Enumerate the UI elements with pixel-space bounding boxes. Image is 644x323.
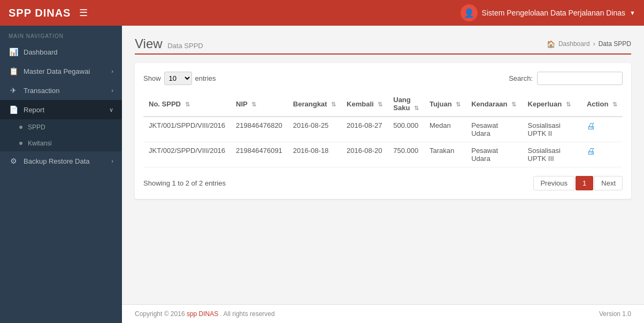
- cell-kembali-2: 2016-08-20: [341, 142, 388, 167]
- footer-version: Version 1.0: [599, 310, 631, 318]
- col-no-sppd-label: No. SPPD: [149, 100, 181, 108]
- dashboard-icon: 📊: [9, 48, 18, 56]
- backup-arrow: ›: [111, 158, 113, 164]
- sidebar-item-master-data-label: Master Data Pegawai: [24, 67, 90, 75]
- user-dropdown-arrow[interactable]: ▼: [630, 10, 635, 16]
- report-icon: 📄: [9, 105, 18, 114]
- table-controls: Show 10 25 50 100 entries Search:: [143, 72, 623, 85]
- col-action-sort: ⇅: [612, 101, 617, 107]
- sidebar-item-kwitansi-label: Kwitansi: [28, 140, 52, 147]
- footer-copyright: Copyright © 2016 spp DINAS . All rights …: [135, 310, 275, 318]
- col-kendaraan[interactable]: Kendaraan ⇅: [466, 91, 522, 117]
- col-berangkat-label: Berangkat: [293, 100, 327, 108]
- brand: SPP DINAS: [9, 7, 71, 19]
- search-input[interactable]: [537, 72, 623, 85]
- top-bar-left: SPP DINAS ☰: [9, 7, 88, 19]
- report-arrow: ∨: [109, 106, 113, 113]
- col-kendaraan-sort: ⇅: [511, 101, 516, 107]
- breadcrumb-home-icon: 🏠: [547, 40, 555, 48]
- cell-no-sppd-2: JKT/002/SPPD/VIII/2016: [143, 142, 231, 167]
- user-icon: 👤: [464, 8, 474, 18]
- transaction-arrow: ›: [111, 87, 113, 94]
- cell-uang-saku-1: 500.000: [388, 117, 424, 142]
- col-kendaraan-label: Kendaraan: [471, 100, 507, 108]
- search-control: Search:: [509, 72, 623, 85]
- sidebar-item-master-data[interactable]: 📋 Master Data Pegawai ›: [0, 61, 122, 81]
- col-kembali-sort: ⇅: [378, 101, 382, 107]
- footer: Copyright © 2016 spp DINAS . All rights …: [122, 304, 644, 323]
- master-data-arrow: ›: [111, 68, 113, 74]
- sidebar: MAIN NAVIGATION 📊 Dashboard 📋 Master Dat…: [0, 26, 122, 323]
- report-sub-menu: SPPD Kwitansi: [0, 119, 122, 151]
- content-area: View Data SPPD 🏠 Dashboard › Data SPPD: [122, 26, 644, 304]
- hamburger-icon[interactable]: ☰: [79, 7, 88, 19]
- cell-keperluan-1: Sosialisasi UPTK II: [523, 117, 581, 142]
- app-wrapper: SPP DINAS ☰ 👤 Sistem Pengelolaan Data Pe…: [0, 0, 644, 323]
- page-title-main: View: [135, 36, 163, 51]
- col-tujuan-sort: ⇅: [456, 101, 461, 107]
- sidebar-item-dashboard-label: Dashboard: [24, 48, 58, 56]
- breadcrumb: 🏠 Dashboard › Data SPPD: [547, 40, 631, 48]
- sppd-dot: [19, 126, 22, 129]
- pagination-controls: Previous 1 Next: [533, 176, 623, 190]
- entries-select[interactable]: 10 25 50 100: [164, 72, 192, 85]
- cell-keperluan-2: Sosialisasi UPTK III: [523, 142, 581, 167]
- col-tujuan-label: Tujuan: [430, 100, 452, 108]
- cell-uang-saku-2: 750.000: [388, 142, 424, 167]
- col-no-sppd[interactable]: No. SPPD ⇅: [143, 91, 231, 117]
- search-label: Search:: [509, 74, 533, 82]
- show-entries: Show 10 25 50 100 entries: [143, 72, 216, 85]
- top-bar-right: 👤 Sistem Pengelolaan Data Perjalanan Din…: [461, 4, 635, 21]
- col-nip-label: NIP: [236, 100, 247, 108]
- pagination-row: Showing 1 to 2 of 2 entries Previous 1 N…: [143, 176, 623, 190]
- cell-tujuan-1: Medan: [424, 117, 466, 142]
- table-header-row: No. SPPD ⇅ NIP ⇅ Berangkat ⇅: [143, 91, 623, 117]
- sidebar-item-backup-label: Backup Restore Data: [24, 157, 90, 165]
- breadcrumb-dashboard: Dashboard: [558, 40, 590, 48]
- cell-kendaraan-2: Pesawat Udara: [466, 142, 522, 167]
- previous-button[interactable]: Previous: [533, 176, 574, 190]
- kwitansi-dot: [19, 142, 22, 145]
- main-content-wrapper: MAIN NAVIGATION 📊 Dashboard 📋 Master Dat…: [0, 26, 644, 323]
- backup-icon: ⚙: [9, 157, 18, 165]
- print-icon-1[interactable]: 🖨: [587, 121, 595, 130]
- cell-berangkat-1: 2016-08-25: [288, 117, 341, 142]
- cell-nip-1: 219846476820: [231, 117, 288, 142]
- sidebar-item-backup[interactable]: ⚙ Backup Restore Data ›: [0, 151, 122, 171]
- table-row: JKT/002/SPPD/VIII/2016 219846476091 2016…: [143, 142, 623, 167]
- sidebar-item-transaction[interactable]: ✈ Transaction ›: [0, 81, 122, 100]
- col-keperluan-sort: ⇅: [566, 101, 571, 107]
- col-uang-label: UangSaku: [393, 96, 411, 112]
- col-tujuan[interactable]: Tujuan ⇅: [424, 91, 466, 117]
- transaction-icon: ✈: [9, 86, 18, 95]
- sidebar-item-sppd[interactable]: SPPD: [0, 119, 122, 135]
- col-berangkat[interactable]: Berangkat ⇅: [288, 91, 341, 117]
- print-icon-2[interactable]: 🖨: [587, 147, 595, 156]
- col-uang-saku[interactable]: UangSaku ⇅: [388, 91, 424, 117]
- entries-label: entries: [195, 74, 216, 82]
- col-action[interactable]: Action ⇅: [581, 91, 623, 117]
- col-kembali-label: Kembali: [347, 100, 374, 108]
- col-kembali[interactable]: Kembali ⇅: [341, 91, 388, 117]
- sidebar-item-dashboard[interactable]: 📊 Dashboard: [0, 42, 122, 61]
- main: View Data SPPD 🏠 Dashboard › Data SPPD: [122, 26, 644, 323]
- cell-berangkat-2: 2016-08-18: [288, 142, 341, 167]
- sidebar-item-kwitansi[interactable]: Kwitansi: [0, 135, 122, 151]
- page-1-button[interactable]: 1: [576, 176, 593, 190]
- col-keperluan[interactable]: Keperluan ⇅: [523, 91, 581, 117]
- master-data-icon: 📋: [9, 67, 18, 75]
- breadcrumb-sep: ›: [593, 40, 595, 48]
- cell-kembali-1: 2016-08-27: [341, 117, 388, 142]
- breadcrumb-current: Data SPPD: [599, 40, 631, 48]
- cell-no-sppd-1: JKT/001/SPPD/VIII/2016: [143, 117, 231, 142]
- next-button[interactable]: Next: [594, 176, 623, 190]
- footer-copyright-text: Copyright © 2016: [135, 310, 185, 318]
- col-keperluan-label: Keperluan: [528, 100, 562, 108]
- footer-link[interactable]: spp DINAS: [187, 310, 218, 318]
- data-card: Show 10 25 50 100 entries Search:: [135, 63, 631, 199]
- cell-action-1: 🖨: [581, 117, 623, 142]
- col-nip[interactable]: NIP ⇅: [231, 91, 288, 117]
- sidebar-item-report[interactable]: 📄 Report ∨: [0, 100, 122, 119]
- footer-rights: . All rights reserved: [220, 310, 275, 318]
- page-header: View Data SPPD 🏠 Dashboard › Data SPPD: [135, 36, 631, 51]
